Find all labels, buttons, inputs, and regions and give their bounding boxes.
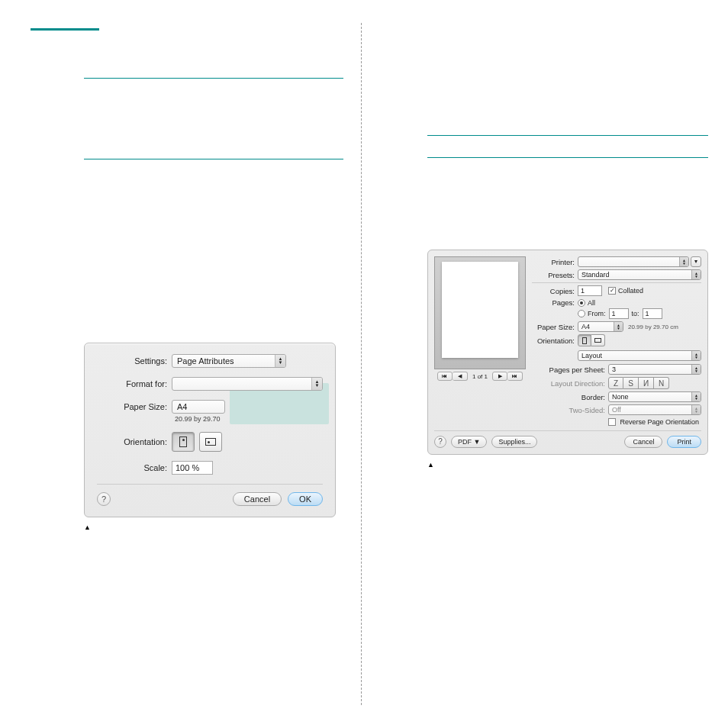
copies-input[interactable]: 1 bbox=[578, 285, 602, 296]
portrait-icon bbox=[179, 436, 187, 447]
page-indicator: 1 of 1 bbox=[468, 373, 492, 380]
orient-portrait-button[interactable] bbox=[578, 334, 591, 346]
papersize2-select[interactable]: A4▲▼ bbox=[578, 321, 623, 332]
layout-dir-4[interactable]: N bbox=[654, 377, 669, 389]
orientation-portrait-button[interactable] bbox=[172, 432, 195, 452]
supplies-button[interactable]: Supplies... bbox=[491, 436, 537, 448]
settings-select-value: Page Attributes bbox=[177, 356, 234, 366]
prev-page-button[interactable]: ◀ bbox=[453, 372, 468, 381]
chevron-updown-icon: ▲▼ bbox=[691, 365, 701, 374]
chevron-updown-icon: ▲▼ bbox=[614, 322, 623, 331]
ok-button[interactable]: OK bbox=[288, 492, 323, 506]
help-button[interactable]: ? bbox=[97, 492, 111, 506]
left-column: Settings: Page Attributes ▲▼ Format for:… bbox=[31, 28, 343, 531]
pages-label: Pages: bbox=[532, 298, 578, 307]
pages-from-radio[interactable] bbox=[578, 310, 585, 317]
print-button[interactable]: Print bbox=[667, 436, 701, 448]
pps-select[interactable]: 3▲▼ bbox=[608, 364, 701, 375]
print-dialog: ⏮ ◀ 1 of 1 ▶ ⏭ Printer: ▲▼ ▾ Presets: St… bbox=[427, 250, 708, 455]
printer-select[interactable]: ▲▼ bbox=[578, 256, 689, 267]
chevron-updown-icon: ▲▼ bbox=[691, 351, 701, 360]
chevron-updown-icon: ▲▼ bbox=[691, 405, 701, 414]
layoutdir-label: Layout Direction: bbox=[532, 379, 608, 388]
formatfor-label: Format for: bbox=[97, 379, 172, 388]
from-input[interactable]: 1 bbox=[609, 308, 629, 319]
presets-label: Presets: bbox=[532, 271, 578, 279]
printer-label: Printer: bbox=[532, 258, 578, 266]
reverse-checkbox[interactable] bbox=[608, 418, 616, 426]
paper-dimensions: 20.99 by 29.70 bbox=[172, 415, 221, 423]
to-input[interactable]: 1 bbox=[643, 308, 662, 319]
printer-expand-button[interactable]: ▾ bbox=[691, 256, 701, 267]
landscape-icon bbox=[205, 438, 216, 446]
layout-dir-2[interactable]: S bbox=[623, 377, 639, 389]
papersize-select-value: A4 bbox=[177, 402, 187, 411]
page-preview bbox=[442, 262, 518, 358]
cancel-button[interactable]: Cancel bbox=[233, 492, 282, 506]
preview-pane bbox=[434, 256, 526, 369]
column-divider bbox=[361, 23, 362, 705]
border-select[interactable]: None▲▼ bbox=[608, 391, 701, 402]
twosided-select[interactable]: Off▲▼ bbox=[608, 404, 701, 415]
papersize-select[interactable]: A4 bbox=[172, 400, 225, 414]
orientation2-label: Orientation: bbox=[532, 337, 578, 345]
caption-marker-icon: ▲ bbox=[84, 523, 91, 531]
page-setup-dialog: Settings: Page Attributes ▲▼ Format for:… bbox=[84, 343, 336, 517]
papersize2-label: Paper Size: bbox=[532, 323, 578, 331]
collated-label: Collated bbox=[618, 287, 643, 295]
formatfor-select[interactable]: ▲▼ bbox=[172, 377, 323, 391]
pps-label: Pages per Sheet: bbox=[532, 366, 608, 374]
copies-label: Copies: bbox=[532, 287, 578, 295]
preview-column: ⏮ ◀ 1 of 1 ▶ ⏭ bbox=[434, 256, 526, 426]
chevron-updown-icon: ▲▼ bbox=[691, 270, 701, 279]
orientation-landscape-button[interactable] bbox=[199, 432, 222, 452]
chevron-updown-icon: ▲▼ bbox=[275, 355, 285, 367]
caption-marker-icon-2: ▲ bbox=[427, 461, 434, 469]
pdf-button[interactable]: PDF ▼ bbox=[451, 436, 487, 448]
orient-landscape-button[interactable] bbox=[591, 334, 605, 346]
reverse-label: Reverse Page Orientation bbox=[620, 418, 700, 426]
twosided-label: Two-Sided: bbox=[532, 406, 608, 414]
layout-dir-1[interactable]: Z bbox=[608, 377, 623, 389]
pages-all-radio[interactable] bbox=[578, 299, 585, 307]
last-page-button[interactable]: ⏭ bbox=[507, 372, 523, 381]
help-button-2[interactable]: ? bbox=[434, 436, 446, 448]
chevron-updown-icon: ▲▼ bbox=[311, 378, 322, 390]
scale-label: Scale: bbox=[97, 463, 172, 472]
first-page-button[interactable]: ⏮ bbox=[437, 372, 453, 381]
chevron-updown-icon: ▲▼ bbox=[679, 257, 688, 266]
options-column: Printer: ▲▼ ▾ Presets: Standard▲▼ Copies… bbox=[532, 256, 701, 426]
settings-label: Settings: bbox=[97, 356, 172, 366]
chevron-updown-icon: ▲▼ bbox=[691, 392, 701, 401]
right-column: ⏮ ◀ 1 of 1 ▶ ⏭ Printer: ▲▼ ▾ Presets: St… bbox=[427, 28, 708, 469]
layout-dir-3[interactable]: И bbox=[639, 377, 654, 389]
settings-select[interactable]: Page Attributes ▲▼ bbox=[172, 354, 286, 368]
paper-dims2: 20.99 by 29.70 cm bbox=[628, 324, 678, 330]
collated-checkbox[interactable]: ✓ bbox=[608, 287, 616, 295]
orientation-label: Orientation: bbox=[97, 437, 172, 446]
cancel-button-2[interactable]: Cancel bbox=[624, 436, 662, 448]
landscape-icon bbox=[594, 338, 601, 343]
portrait-icon bbox=[582, 337, 587, 344]
section-select[interactable]: Layout▲▼ bbox=[578, 350, 701, 361]
presets-select[interactable]: Standard▲▼ bbox=[578, 269, 701, 280]
pages-from-label: From: bbox=[588, 310, 606, 317]
border-label: Border: bbox=[532, 393, 608, 401]
scale-input[interactable]: 100 % bbox=[172, 461, 213, 475]
papersize-label: Paper Size: bbox=[97, 402, 172, 411]
next-page-button[interactable]: ▶ bbox=[492, 372, 507, 381]
pages-to-label: to: bbox=[632, 310, 639, 317]
pages-all-label: All bbox=[588, 299, 595, 307]
